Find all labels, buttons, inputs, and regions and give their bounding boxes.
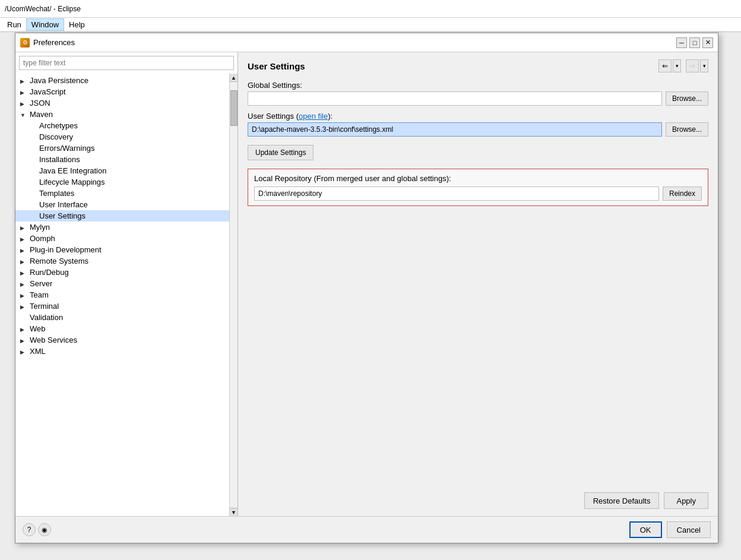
arrow-run-debug — [20, 269, 27, 276]
footer-left: ? ◉ — [23, 523, 51, 536]
tree-item-java-ee[interactable]: Java EE Integration — [15, 165, 229, 176]
tree-item-remote-systems[interactable]: Remote Systems — [15, 255, 229, 267]
arrow-server — [20, 280, 27, 287]
menu-window[interactable]: Window — [26, 18, 64, 31]
menu-run[interactable]: Run — [2, 19, 26, 30]
scroll-thumb[interactable] — [230, 90, 238, 126]
tree-item-web[interactable]: Web — [15, 323, 229, 334]
nav-back-button[interactable]: ⇐ — [658, 59, 672, 72]
tree-item-archetypes[interactable]: Archetypes — [15, 120, 229, 131]
nav-arrows: ⇐ ▾ ⇒ ▾ — [658, 59, 708, 72]
label-run-debug: Run/Debug — [30, 268, 69, 277]
tree-item-validation[interactable]: Validation — [15, 312, 229, 323]
tree-item-plugin-development[interactable]: Plug-in Development — [15, 244, 229, 255]
help-button[interactable]: ? — [23, 523, 36, 536]
user-settings-label: User Settings (open file): — [248, 112, 708, 121]
label-templates: Templates — [39, 189, 74, 198]
label-discovery: Discovery — [39, 132, 73, 141]
label-plugin-development: Plug-in Development — [30, 245, 102, 254]
label-errors-warnings: Errors/Warnings — [39, 144, 94, 153]
tree-item-lifecycle[interactable]: Lifecycle Mappings — [15, 176, 229, 188]
arrow-maven — [20, 111, 27, 118]
arrow-team — [20, 292, 27, 299]
label-archetypes: Archetypes — [39, 121, 78, 130]
tree-item-oomph[interactable]: Oomph — [15, 233, 229, 244]
local-repo-input[interactable] — [254, 186, 659, 201]
dialog-title: Preferences — [33, 38, 75, 47]
label-maven: Maven — [30, 110, 53, 119]
browse-global-button[interactable]: Browse... — [666, 91, 708, 106]
arrow-remote-systems — [20, 258, 27, 265]
scroll-down-arrow[interactable]: ▼ — [230, 508, 238, 516]
label-web: Web — [30, 324, 46, 333]
tree-item-installations[interactable]: Installations — [15, 154, 229, 165]
dialog-body: Java Persistence JavaScript JSON Ma — [15, 52, 718, 516]
nav-forward-button[interactable]: ⇒ — [686, 59, 699, 72]
tree-scrollbar[interactable]: ▲ ▼ — [229, 74, 238, 516]
tree-item-errors-warnings[interactable]: Errors/Warnings — [15, 143, 229, 154]
close-button[interactable]: ✕ — [702, 37, 713, 48]
tree-item-discovery[interactable]: Discovery — [15, 131, 229, 143]
label-installations: Installations — [39, 155, 80, 164]
tree-item-user-settings[interactable]: User Settings — [15, 210, 229, 222]
tree-item-terminal[interactable]: Terminal — [15, 300, 229, 312]
arrow-web — [20, 325, 27, 333]
local-repo-row: Reindex — [254, 186, 702, 201]
preferences-icon: ⚙ — [20, 38, 30, 48]
nav-back-dropdown[interactable]: ▾ — [673, 59, 681, 72]
arrow-mylyn — [20, 224, 27, 231]
right-panel-footer: Restore Defaults Apply — [248, 488, 708, 509]
dialog-footer: ? ◉ OK Cancel — [15, 516, 718, 543]
arrow-javascript — [20, 88, 27, 96]
user-settings-row: Browse... — [248, 122, 708, 137]
arrow-oomph — [20, 235, 27, 242]
panel-title: User Settings — [248, 61, 305, 71]
right-panel-spacer — [248, 210, 708, 488]
tree-item-java-persistence[interactable]: Java Persistence — [15, 75, 229, 86]
tree-item-web-services[interactable]: Web Services — [15, 334, 229, 346]
apply-button[interactable]: Apply — [664, 492, 708, 509]
arrow-plugin-dev — [20, 246, 27, 254]
tree-item-user-interface[interactable]: User Interface — [15, 199, 229, 210]
ok-button[interactable]: OK — [629, 521, 662, 538]
user-settings-group: User Settings (open file): Browse... — [248, 112, 708, 137]
nav-forward-dropdown[interactable]: ▾ — [700, 59, 708, 72]
label-java-ee: Java EE Integration — [39, 166, 106, 175]
minimize-button[interactable]: ─ — [676, 37, 687, 48]
cancel-button[interactable]: Cancel — [667, 521, 711, 538]
window-title: /UcomWechat/ - Eclipse — [5, 5, 81, 13]
eclipse-window: /UcomWechat/ - Eclipse Run Window Help ⚙… — [0, 0, 741, 560]
tree-item-json[interactable]: JSON — [15, 97, 229, 109]
arrow-json — [20, 100, 27, 107]
open-file-link[interactable]: open file — [299, 112, 328, 121]
tree-item-mylyn[interactable]: Mylyn — [15, 222, 229, 233]
tree-item-run-debug[interactable]: Run/Debug — [15, 267, 229, 278]
menu-help[interactable]: Help — [64, 19, 90, 30]
global-settings-input[interactable] — [248, 91, 662, 106]
left-panel: Java Persistence JavaScript JSON Ma — [15, 52, 238, 516]
update-settings-button[interactable]: Update Settings — [248, 145, 314, 160]
arrow-terminal — [20, 303, 27, 310]
reindex-button[interactable]: Reindex — [663, 186, 702, 201]
tree-item-server[interactable]: Server — [15, 278, 229, 289]
label-mylyn: Mylyn — [30, 223, 50, 232]
scroll-up-arrow[interactable]: ▲ — [230, 74, 238, 82]
global-settings-label: Global Settings: — [248, 81, 708, 90]
maximize-button[interactable]: □ — [689, 37, 700, 48]
tree-item-maven[interactable]: Maven — [15, 109, 229, 120]
footer-right: OK Cancel — [629, 521, 711, 538]
local-repo-title: Local Repository (From merged user and g… — [254, 174, 702, 183]
label-remote-systems: Remote Systems — [30, 257, 88, 265]
browse-user-button[interactable]: Browse... — [666, 122, 708, 137]
user-settings-input[interactable] — [248, 122, 662, 137]
restore-defaults-button[interactable]: Restore Defaults — [584, 492, 660, 509]
tree-item-xml[interactable]: XML — [15, 346, 229, 357]
tree-item-templates[interactable]: Templates — [15, 188, 229, 199]
filter-input[interactable] — [19, 56, 234, 70]
label-java-persistence: Java Persistence — [30, 76, 88, 85]
label-user-interface: User Interface — [39, 200, 88, 209]
info-button[interactable]: ◉ — [38, 523, 51, 536]
tree-item-javascript[interactable]: JavaScript — [15, 86, 229, 97]
local-repo-box: Local Repository (From merged user and g… — [248, 169, 708, 206]
tree-item-team[interactable]: Team — [15, 289, 229, 300]
